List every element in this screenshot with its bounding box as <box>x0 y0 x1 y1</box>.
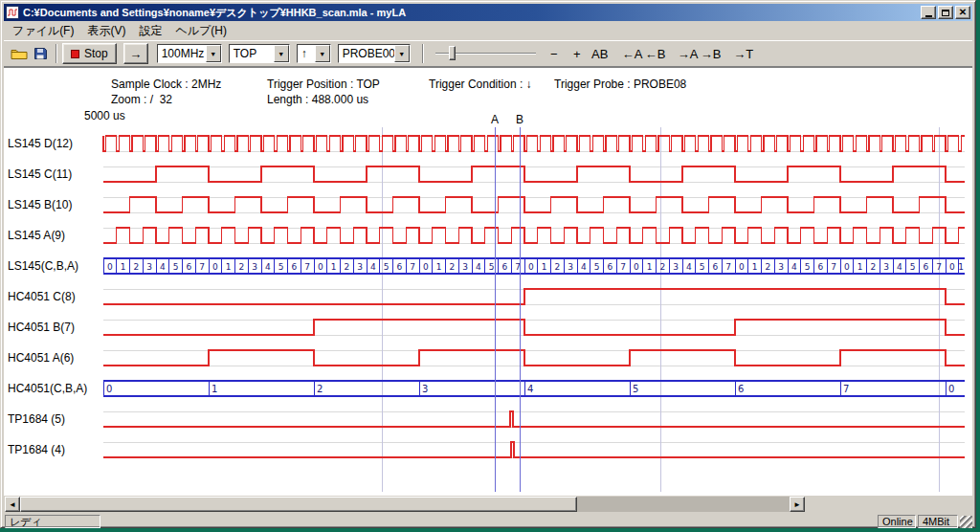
scrollbar-strip: ◄ ► <box>4 496 972 513</box>
status-memory: 4MBit <box>918 515 958 528</box>
window-controls: ✕ <box>921 6 970 19</box>
open-folder-icon <box>11 47 28 60</box>
dropdown-arrow-icon[interactable]: ▼ <box>206 45 221 62</box>
minimize-icon <box>925 15 932 17</box>
maximize-icon <box>942 10 949 16</box>
trigger-edge-select[interactable]: ↑ ▼ <box>297 44 331 63</box>
stop-icon <box>71 50 79 58</box>
sample-clock-select[interactable]: 100MHz ▼ <box>157 44 222 63</box>
menu-help[interactable]: ヘルプ(H) <box>168 21 234 41</box>
cursor-ab-button[interactable]: AB <box>589 43 612 64</box>
jump-prev-a-button[interactable]: ←A <box>621 43 644 64</box>
trigger-position-select[interactable]: TOP ▼ <box>229 44 290 63</box>
jump-trigger-button[interactable]: →T <box>732 43 755 64</box>
single-run-button[interactable]: → <box>123 43 148 64</box>
scroll-left-icon: ◄ <box>9 500 16 509</box>
resize-grip[interactable] <box>960 516 972 528</box>
menubar: ファイル(F) 表示(V) 設定 ヘルプ(H) <box>4 22 972 40</box>
toolbar: Stop → 100MHz ▼ TOP ▼ ↑ ▼ PROBE00 ▼ − + … <box>4 40 972 67</box>
zoom-slider[interactable] <box>435 43 536 64</box>
status-ready: レディ <box>5 515 100 528</box>
window-title: C:¥Documents and Settings¥noname¥デスクトップ¥… <box>23 6 921 20</box>
trigger-condition-info: Trigger Condition : ↓ <box>429 78 532 91</box>
menu-settings[interactable]: 設定 <box>132 21 168 41</box>
titlebar[interactable]: C:¥Documents and Settings¥noname¥デスクトップ¥… <box>4 4 972 21</box>
app-window: C:¥Documents and Settings¥noname¥デスクトップ¥… <box>0 0 976 528</box>
trigger-edge-value: ↑ <box>298 45 315 62</box>
waveform-client-area: Sample Clock : 2MHz Trigger Position : T… <box>4 67 972 496</box>
scrollbar-thumb[interactable] <box>20 497 577 512</box>
toolbar-separator <box>56 44 57 63</box>
dropdown-arrow-icon[interactable]: ▼ <box>394 45 410 62</box>
time-scale-label: 5000 us <box>84 109 125 122</box>
jump-next-a-button[interactable]: →A <box>677 43 700 64</box>
stop-button[interactable]: Stop <box>62 43 117 64</box>
sample-clock-info: Sample Clock : 2MHz <box>111 78 221 91</box>
slider-thumb[interactable] <box>449 46 456 60</box>
scroll-right-button[interactable]: ► <box>790 497 805 512</box>
horizontal-scrollbar[interactable]: ◄ ► <box>5 497 805 512</box>
scroll-left-button[interactable]: ◄ <box>5 497 20 512</box>
scroll-right-icon: ► <box>793 500 801 509</box>
dropdown-arrow-icon[interactable]: ▼ <box>315 45 330 62</box>
close-icon: ✕ <box>959 8 967 17</box>
menu-file[interactable]: ファイル(F) <box>6 21 80 41</box>
sample-clock-value: 100MHz <box>158 45 206 62</box>
zoom-out-button[interactable]: − <box>543 43 566 64</box>
minimize-button[interactable] <box>921 6 936 19</box>
save-button[interactable] <box>30 43 51 64</box>
desktop: { "window": { "title": "C:¥Documents and… <box>0 0 980 532</box>
menu-view[interactable]: 表示(V) <box>80 21 132 41</box>
status-online: Online <box>878 515 916 528</box>
trigger-position-info: Trigger Position : TOP <box>267 78 380 91</box>
jump-next-b-button[interactable]: →B <box>700 43 723 64</box>
open-button[interactable] <box>9 43 30 64</box>
maximize-button[interactable] <box>938 6 953 19</box>
toolbar-separator <box>422 44 424 63</box>
length-info: Length : 488.000 us <box>267 93 368 106</box>
trigger-probe-select[interactable]: PROBE00 ▼ <box>338 44 411 63</box>
zoom-info: Zoom : / 32 <box>111 93 172 106</box>
dropdown-arrow-icon[interactable]: ▼ <box>274 45 289 62</box>
jump-prev-b-button[interactable]: ←B <box>644 43 667 64</box>
trigger-probe-value: PROBE00 <box>339 45 394 62</box>
stop-label: Stop <box>84 47 108 60</box>
statusbar: レディ Online 4MBit <box>4 514 972 528</box>
app-icon <box>6 6 19 19</box>
trigger-position-value: TOP <box>230 45 274 62</box>
zoom-in-button[interactable]: + <box>566 43 589 64</box>
save-floppy-icon <box>33 47 47 60</box>
close-button[interactable]: ✕ <box>955 6 970 19</box>
trigger-probe-info: Trigger Probe : PROBE08 <box>554 78 686 91</box>
